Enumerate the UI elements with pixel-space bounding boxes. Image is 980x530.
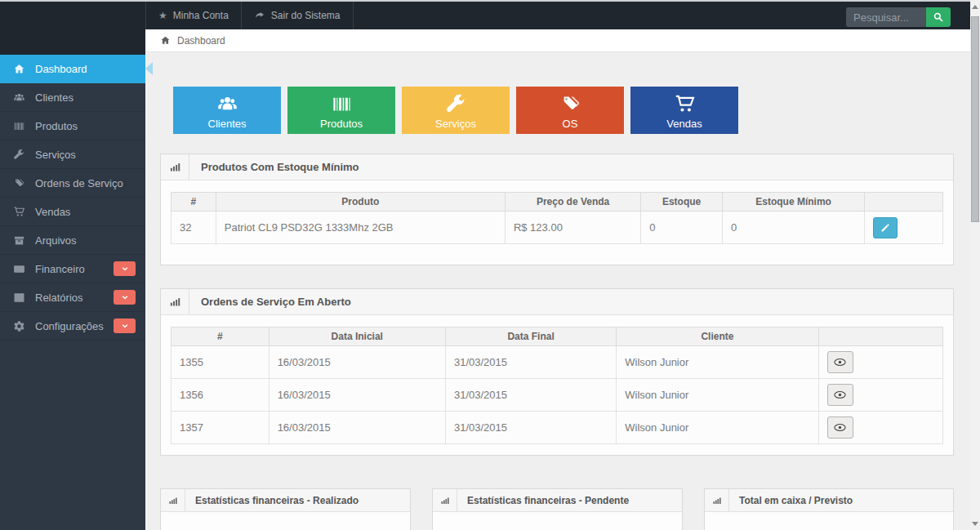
panel-header: Total em caixa / Previsto [705, 489, 953, 512]
table-header-row: # Data Inicial Data Final Cliente [172, 327, 943, 346]
shortcut-clientes[interactable]: Clientes [173, 87, 281, 134]
sidebar-label: Configurações [35, 320, 104, 332]
open-orders-table: # Data Inicial Data Final Cliente 1355 1… [171, 327, 943, 444]
sidebar-label: Serviços [35, 149, 76, 161]
panel-header: Estatísticas financeiras - Pendente [433, 489, 682, 512]
cell-data-inicial: 16/03/2015 [269, 379, 445, 412]
shortcut-vendas[interactable]: Vendas [630, 87, 738, 134]
sidebar-logo-area [0, 29, 145, 55]
eye-icon [833, 421, 847, 434]
sidebar-label: Vendas [35, 206, 70, 218]
submenu-toggle-badge[interactable] [114, 318, 136, 333]
sidebar-item-relatorios[interactable]: Relatórios [0, 283, 145, 312]
edit-button[interactable] [873, 217, 898, 238]
col-estoque: Estoque [641, 193, 723, 212]
sidebar-item-clientes[interactable]: Clientes [0, 83, 145, 112]
col-estoque-minimo: Estoque Mínimo [722, 193, 864, 212]
sidebar-label: Ordens de Serviço [35, 177, 123, 189]
panel-open-orders: Ordens de Serviço Em Aberto # Data Inici… [160, 288, 954, 456]
sidebar-item-dashboard[interactable]: Dashboard [0, 55, 145, 83]
submenu-toggle-badge[interactable] [114, 261, 136, 276]
panel-finance-pendente: Estatísticas financeiras - Pendente [432, 488, 683, 530]
bar-chart-icon [705, 489, 729, 511]
submenu-toggle-badge[interactable] [114, 290, 136, 305]
dashboard-screen: ★ Minha Conta Sair do Sistema [0, 0, 980, 530]
menu-sair-do-sistema[interactable]: Sair do Sistema [242, 2, 354, 29]
col-id: # [172, 193, 216, 212]
sidebar-item-arquivos[interactable]: Arquivos [0, 226, 145, 255]
sidebar-label: Dashboard [35, 63, 87, 75]
sidebar-label: Clientes [35, 91, 74, 104]
vertical-scrollbar[interactable] [970, 0, 980, 530]
menu-sair-label: Sair do Sistema [271, 10, 341, 21]
col-cliente: Cliente [617, 327, 818, 346]
barcode-icon [331, 93, 353, 115]
panel-total-caixa: Total em caixa / Previsto [704, 488, 954, 530]
sidebar-item-financeiro[interactable]: Financeiro [0, 255, 145, 283]
view-button[interactable] [827, 416, 853, 439]
bar-chart-icon [161, 489, 185, 511]
panel-header: Produtos Com Estoque Mínimo [161, 154, 953, 180]
topbar-menu: ★ Minha Conta Sair do Sistema [145, 2, 354, 29]
table-header-row: # Produto Preço de Venda Estoque Estoque… [172, 193, 943, 212]
breadcrumb: Dashboard [145, 29, 970, 52]
cell-cliente: Wilson Junior [617, 346, 818, 379]
sidebar-label: Financeiro [35, 263, 85, 275]
cell-actions [818, 346, 943, 379]
scroll-up-arrow-icon[interactable] [972, 5, 978, 9]
sidebar-label: Produtos [35, 120, 78, 132]
chevron-down-icon [120, 292, 130, 302]
view-button[interactable] [827, 384, 853, 406]
cell-actions [818, 379, 943, 412]
sign-out-icon [254, 10, 265, 21]
cell-cliente: Wilson Junior [617, 379, 818, 412]
cell-data-final: 31/03/2015 [445, 412, 616, 444]
cell-id: 32 [172, 212, 216, 244]
sidebar: Dashboard Clientes Produtos Serviços Ord [0, 29, 145, 530]
users-icon [11, 91, 27, 104]
sidebar-item-produtos[interactable]: Produtos [0, 112, 145, 140]
sidebar-label: Arquivos [35, 234, 77, 247]
cell-id: 1357 [172, 412, 270, 444]
shortcut-label: Clientes [208, 118, 247, 130]
cell-cliente: Wilson Junior [617, 412, 818, 444]
panel-title: Estatísticas financeiras - Pendente [457, 495, 629, 506]
col-preco: Preço de Venda [505, 193, 640, 212]
sidebar-item-vendas[interactable]: Vendas [0, 198, 145, 226]
col-actions [865, 193, 943, 212]
shortcut-os[interactable]: OS [516, 87, 624, 134]
shortcut-produtos[interactable]: Produtos [287, 87, 395, 134]
cell-estoque-minimo: 0 [722, 212, 864, 244]
search-button[interactable] [926, 7, 951, 27]
shortcut-label: Serviços [435, 118, 476, 130]
table-row: 32 Patriot CL9 PSD32G 1333Mhz 2GB R$ 123… [172, 212, 943, 244]
bar-chart-icon [161, 154, 189, 180]
topbar: ★ Minha Conta Sair do Sistema [0, 2, 970, 29]
breadcrumb-dashboard[interactable]: Dashboard [177, 35, 225, 47]
menu-minha-conta[interactable]: ★ Minha Conta [145, 2, 242, 29]
search-bar [846, 7, 951, 27]
panel-header: Ordens de Serviço Em Aberto [161, 289, 953, 315]
cell-actions [818, 412, 943, 444]
search-input[interactable] [846, 7, 926, 27]
table-row: 1355 16/03/2015 31/03/2015 Wilson Junior [172, 346, 943, 379]
cart-icon [11, 206, 27, 218]
cell-id: 1356 [172, 379, 270, 412]
sidebar-item-servicos[interactable]: Serviços [0, 140, 145, 169]
menu-minha-conta-label: Minha Conta [173, 10, 229, 21]
scrollbar-thumb[interactable] [971, 16, 979, 222]
cell-actions [865, 212, 943, 244]
shortcut-label: OS [563, 118, 578, 130]
home-icon [160, 35, 171, 46]
cell-preco: R$ 123.00 [505, 212, 640, 244]
view-button[interactable] [827, 351, 853, 373]
wrench-icon [11, 149, 27, 161]
shortcut-label: Produtos [320, 118, 363, 130]
shortcut-servicos[interactable]: Serviços [402, 87, 510, 134]
scroll-down-arrow-icon[interactable] [972, 522, 978, 526]
archive-icon [11, 234, 27, 247]
low-stock-table: # Produto Preço de Venda Estoque Estoque… [171, 192, 943, 244]
sidebar-item-ordens-de-servico[interactable]: Ordens de Serviço [0, 169, 145, 198]
chevron-down-icon [120, 264, 130, 274]
sidebar-item-configuracoes[interactable]: Configurações [0, 312, 145, 341]
